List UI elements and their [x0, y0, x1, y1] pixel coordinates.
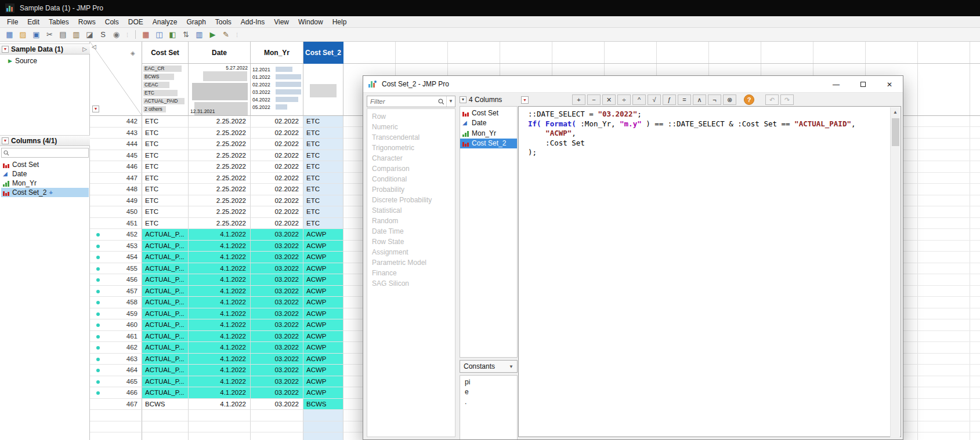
cost-set-cell[interactable]: ACTUAL_P...: [142, 387, 189, 399]
script-button[interactable]: S: [97, 29, 109, 41]
cost-set-cell[interactable]: ACTUAL_P...: [142, 342, 189, 354]
cost-set-2-cell[interactable]: ACWP: [303, 263, 343, 275]
menu-cols[interactable]: Cols: [100, 16, 124, 28]
date-cell[interactable]: 2.25.2022: [189, 116, 251, 128]
row-number-cell[interactable]: 467: [90, 399, 142, 410]
mon-yr-cell[interactable]: 03.2022: [251, 354, 303, 365]
table-row[interactable]: 455ACTUAL_P...4.1.202203.2022ACWP: [90, 263, 343, 275]
red-triangle-menu-icon[interactable]: ▼: [2, 46, 9, 53]
add-term-button[interactable]: +: [572, 94, 585, 105]
cost-set-2-cell[interactable]: ACWP: [303, 297, 343, 308]
menu-doe[interactable]: DOE: [124, 16, 148, 28]
table-row[interactable]: 462ACTUAL_P...4.1.202203.2022ACWP: [90, 342, 343, 354]
date-cell[interactable]: 2.25.2022: [189, 218, 251, 230]
row-number-cell[interactable]: 449: [90, 195, 142, 207]
cost-set-2-cell[interactable]: ACWP: [303, 274, 343, 286]
table-row[interactable]: 448ETC2.25.202202.2022ETC: [90, 184, 343, 195]
new-data-table-button[interactable]: ▦: [3, 29, 16, 41]
power-button[interactable]: ^: [632, 94, 646, 105]
disclosure-icon[interactable]: ▶: [8, 58, 12, 64]
cost-set-cell[interactable]: ACTUAL_P...: [142, 274, 189, 286]
cost-set-2-cell[interactable]: ACWP: [303, 365, 343, 376]
delete-button[interactable]: ✕: [602, 94, 616, 105]
table-row[interactable]: 460ACTUAL_P...4.1.202203.2022ACWP: [90, 319, 343, 331]
function-category-statistical[interactable]: Statistical: [367, 205, 455, 216]
cost-set-2-cell[interactable]: [303, 410, 343, 421]
cost-set-cell[interactable]: [142, 421, 189, 433]
cost-set-cell[interactable]: ETC: [142, 206, 189, 218]
subset-button[interactable]: ◧: [167, 29, 179, 41]
graph-button[interactable]: ▥: [193, 29, 205, 41]
mon-yr-cell[interactable]: 03.2022: [251, 229, 303, 241]
sidebar-item-cost-set-2[interactable]: Cost Set_2+: [1, 188, 89, 197]
editor-scrollbar[interactable]: ▲: [890, 107, 900, 437]
cost-set-2-cell[interactable]: ACWP: [303, 286, 343, 297]
undo-button[interactable]: ↶: [765, 94, 779, 105]
mon-yr-cell[interactable]: 03.2022: [251, 263, 303, 275]
table-row[interactable]: 456ACTUAL_P...4.1.202203.2022ACWP: [90, 274, 343, 286]
date-cell[interactable]: 4.1.2022: [189, 376, 251, 388]
table-row[interactable]: [90, 421, 343, 433]
row-number-cell[interactable]: 463: [90, 354, 142, 365]
cost-set-cell[interactable]: ACTUAL_P...: [142, 297, 189, 308]
grid-corner-cell[interactable]: ◁ ◈ ▼: [90, 42, 142, 116]
row-number-cell[interactable]: 465: [90, 376, 142, 388]
date-cell[interactable]: 4.1.2022: [189, 365, 251, 376]
cost-set-2-cell[interactable]: ACWP: [303, 354, 343, 365]
cost-set-cell[interactable]: ACTUAL_P...: [142, 308, 189, 320]
function-category-conditional[interactable]: Conditional: [367, 174, 455, 184]
sort-button[interactable]: ⇅: [180, 29, 192, 41]
table-row[interactable]: 444ETC2.25.202202.2022ETC: [90, 139, 343, 150]
data-table-button[interactable]: ▦: [140, 29, 152, 41]
dialog-column-cost-set-2[interactable]: Cost Set_2: [460, 139, 517, 149]
constant-item[interactable]: .: [460, 397, 517, 407]
menu-help[interactable]: Help: [328, 16, 352, 28]
table-row[interactable]: 445ETC2.25.202202.2022ETC: [90, 150, 343, 162]
divide-button[interactable]: ÷: [617, 94, 631, 105]
dialog-column-date[interactable]: ◢Date: [460, 118, 517, 129]
cost-set-cell[interactable]: ETC: [142, 161, 189, 173]
dialog-title-bar[interactable]: Cost Set_2 - JMP Pro — ✕: [363, 76, 903, 93]
menu-rows[interactable]: Rows: [74, 16, 100, 28]
date-cell[interactable]: 4.1.2022: [189, 342, 251, 354]
clear-button[interactable]: ⊗: [723, 94, 736, 105]
date-cell[interactable]: 4.1.2022: [189, 399, 251, 410]
open-button[interactable]: ▨: [17, 29, 29, 41]
row-number-cell[interactable]: 457: [90, 286, 142, 297]
summary-button[interactable]: ◫: [153, 29, 165, 41]
cost-set-cell[interactable]: ETC: [142, 184, 189, 195]
function-button[interactable]: ƒ: [663, 94, 676, 105]
row-number-cell[interactable]: 459: [90, 308, 142, 320]
cost-set-2-cell[interactable]: ACWP: [303, 331, 343, 343]
sidebar-item-mon-yr[interactable]: Mon_Yr: [1, 179, 89, 188]
table-row[interactable]: 453ACTUAL_P...4.1.202203.2022ACWP: [90, 241, 343, 252]
function-category-character[interactable]: Character: [367, 153, 455, 163]
maximize-button[interactable]: [849, 76, 876, 93]
mon-yr-cell[interactable]: [251, 421, 303, 433]
mon-yr-cell[interactable]: 02.2022: [251, 218, 303, 230]
function-category-comparison[interactable]: Comparison: [367, 163, 455, 174]
dialog-column-mon-yr[interactable]: Mon_Yr: [460, 128, 517, 139]
mon-yr-cell[interactable]: 02.2022: [251, 161, 303, 173]
cost-set-2-cell[interactable]: ACWP: [303, 229, 343, 241]
menu-graph[interactable]: Graph: [182, 16, 210, 28]
lock-button[interactable]: ◉: [110, 29, 122, 41]
function-category-row[interactable]: Row: [367, 111, 455, 122]
row-number-cell[interactable]: [90, 421, 142, 433]
dialog-column-cost-set[interactable]: Cost Set: [460, 108, 517, 118]
cost-set-cell[interactable]: ACTUAL_P...: [142, 263, 189, 275]
row-number-cell[interactable]: 460: [90, 319, 142, 331]
row-number-cell[interactable]: 456: [90, 274, 142, 286]
cost-set-2-cell[interactable]: ACWP: [303, 308, 343, 320]
help-button[interactable]: ?: [744, 94, 754, 105]
mon-yr-cell[interactable]: 03.2022: [251, 376, 303, 388]
copy-button[interactable]: ▤: [57, 29, 69, 41]
root-button[interactable]: √: [648, 94, 661, 105]
function-category-trigonometric[interactable]: Trigonometric: [367, 143, 455, 153]
row-number-cell[interactable]: 455: [90, 263, 142, 275]
mon-yr-cell[interactable]: 03.2022: [251, 399, 303, 410]
date-cell[interactable]: 2.25.2022: [189, 161, 251, 173]
table-row[interactable]: 446ETC2.25.202202.2022ETC: [90, 161, 343, 173]
cost-set-2-cell[interactable]: ETC: [303, 218, 343, 230]
row-number-cell[interactable]: 453: [90, 241, 142, 252]
